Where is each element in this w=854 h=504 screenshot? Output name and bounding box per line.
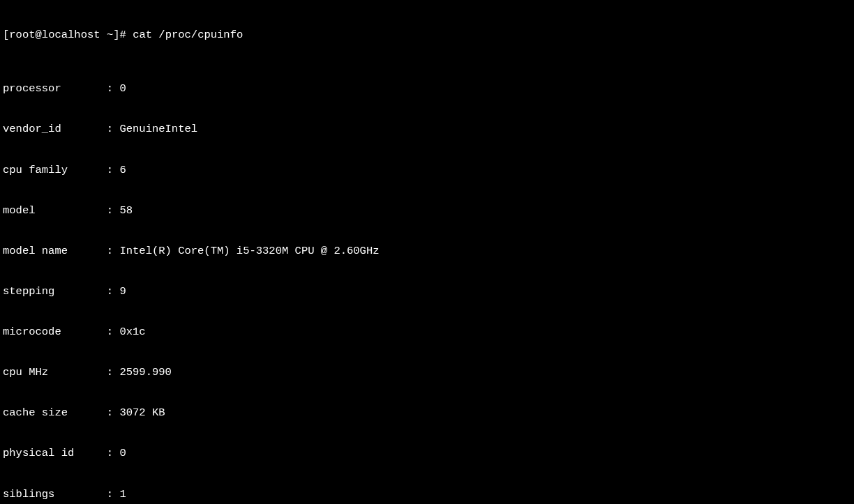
value-model-name: Intel(R) Core(TM) i5-3320M CPU @ 2.60GHz: [119, 245, 379, 257]
prompt-open: [: [3, 29, 9, 41]
prompt-host: localhost: [42, 29, 100, 41]
sep: :: [61, 123, 120, 135]
sep: :: [54, 285, 119, 298]
value-physical-id: 0: [119, 447, 126, 459]
row-siblings: siblings : 1: [3, 488, 851, 501]
value-processor: 0: [119, 82, 126, 95]
label-siblings: siblings: [3, 488, 54, 501]
label-cache-size: cache size: [3, 406, 68, 419]
sep: :: [54, 488, 119, 501]
value-model: 58: [119, 204, 133, 217]
sep: :: [48, 366, 119, 379]
label-microcode: microcode: [3, 326, 61, 338]
row-stepping: stepping : 9: [3, 285, 851, 298]
label-processor: processor: [3, 82, 61, 95]
sep: :: [68, 406, 119, 419]
sep: :: [74, 447, 119, 459]
prompt-close: ]: [113, 29, 119, 41]
value-cache-size: 3072 KB: [119, 406, 165, 419]
row-cache-size: cache size : 3072 KB: [3, 406, 851, 420]
row-cpu-mhz: cpu MHz : 2599.990: [3, 366, 851, 379]
prompt-symbol: #: [120, 29, 126, 41]
sep: :: [36, 204, 120, 217]
row-processor: processor : 0: [3, 82, 851, 96]
sep: :: [68, 164, 119, 176]
label-stepping: stepping: [3, 285, 54, 298]
label-physical-id: physical id: [3, 447, 74, 459]
row-cpu-family: cpu family : 6: [3, 164, 851, 177]
prompt-user: root: [9, 29, 35, 41]
sep: :: [61, 82, 120, 95]
prompt-line-1: [root@localhost ~]# cat /proc/cpuinfo: [3, 29, 851, 42]
label-cpu-family: cpu family: [3, 164, 68, 176]
value-stepping: 9: [119, 285, 126, 298]
label-model: model: [3, 204, 36, 217]
row-model: model : 58: [3, 204, 851, 217]
value-cpu-mhz: 2599.990: [119, 366, 171, 379]
prompt-cwd: ~: [107, 29, 113, 41]
sep: :: [68, 245, 119, 257]
value-siblings: 1: [119, 488, 126, 501]
label-cpu-mhz: cpu MHz: [3, 366, 48, 379]
value-microcode: 0x1c: [119, 326, 145, 338]
value-cpu-family: 6: [119, 164, 126, 176]
prompt-at: @: [36, 29, 42, 41]
row-microcode: microcode : 0x1c: [3, 326, 851, 339]
value-vendor-id: GenuineIntel: [119, 123, 197, 135]
row-vendor-id: vendor_id : GenuineIntel: [3, 123, 851, 136]
label-vendor-id: vendor_id: [3, 123, 61, 135]
entered-command: cat /proc/cpuinfo: [133, 29, 243, 41]
sep: :: [61, 326, 120, 338]
terminal[interactable]: [root@localhost ~]# cat /proc/cpuinfo pr…: [0, 0, 854, 504]
row-model-name: model name : Intel(R) Core(TM) i5-3320M …: [3, 245, 851, 258]
row-physical-id: physical id : 0: [3, 447, 851, 460]
label-model-name: model name: [3, 245, 68, 257]
